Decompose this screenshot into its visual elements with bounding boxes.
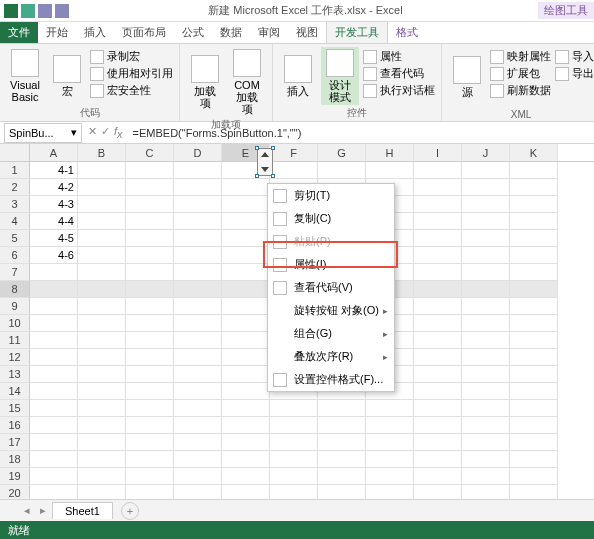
cell[interactable] (462, 213, 510, 230)
cell[interactable] (270, 162, 318, 179)
cell[interactable] (270, 451, 318, 468)
cell[interactable] (78, 468, 126, 485)
row-header[interactable]: 9 (0, 298, 30, 315)
menu-format-control[interactable]: 设置控件格式(F)... (268, 368, 394, 391)
insert-control-button[interactable]: 插入 (279, 47, 317, 105)
refresh-data-button[interactable]: 刷新数据 (490, 83, 551, 98)
cell[interactable] (222, 315, 270, 332)
tab-data[interactable]: 数据 (212, 22, 250, 43)
macro-security-button[interactable]: 宏安全性 (90, 83, 173, 98)
cell[interactable] (30, 315, 78, 332)
tab-developer[interactable]: 开发工具 (326, 21, 388, 43)
cell[interactable] (510, 417, 558, 434)
cell[interactable] (462, 349, 510, 366)
redo-icon[interactable] (55, 4, 69, 18)
cell[interactable] (462, 366, 510, 383)
tab-layout[interactable]: 页面布局 (114, 22, 174, 43)
menu-spin-object[interactable]: 旋转按钮 对象(O)▸ (268, 299, 394, 322)
cell[interactable] (126, 451, 174, 468)
menu-view-code[interactable]: 查看代码(V) (268, 276, 394, 299)
col-header[interactable]: G (318, 144, 366, 161)
macros-button[interactable]: 宏 (48, 47, 86, 105)
cell[interactable] (510, 332, 558, 349)
cell[interactable] (222, 264, 270, 281)
row-header[interactable]: 3 (0, 196, 30, 213)
cell[interactable] (30, 281, 78, 298)
design-mode-button[interactable]: 设计模式 (321, 47, 359, 105)
row-header[interactable]: 5 (0, 230, 30, 247)
row-header[interactable]: 18 (0, 451, 30, 468)
cell[interactable] (222, 349, 270, 366)
cell[interactable] (126, 315, 174, 332)
cell[interactable] (510, 451, 558, 468)
menu-order[interactable]: 叠放次序(R)▸ (268, 345, 394, 368)
row-header[interactable]: 6 (0, 247, 30, 264)
cell[interactable] (126, 247, 174, 264)
cell[interactable]: 4-3 (30, 196, 78, 213)
row-header[interactable]: 16 (0, 417, 30, 434)
cancel-icon[interactable]: ✕ (88, 125, 97, 140)
select-all-corner[interactable] (0, 144, 30, 161)
col-header[interactable]: D (174, 144, 222, 161)
cell[interactable] (366, 451, 414, 468)
cell[interactable] (78, 400, 126, 417)
cell[interactable] (174, 434, 222, 451)
col-header[interactable]: K (510, 144, 558, 161)
confirm-icon[interactable]: ✓ (101, 125, 110, 140)
row-header[interactable]: 17 (0, 434, 30, 451)
cell[interactable] (30, 383, 78, 400)
cell[interactable] (366, 162, 414, 179)
cell[interactable]: 4-1 (30, 162, 78, 179)
cell[interactable] (126, 230, 174, 247)
cell[interactable] (510, 298, 558, 315)
add-sheet-button[interactable]: + (121, 502, 139, 520)
cell[interactable] (174, 332, 222, 349)
expand-packs-button[interactable]: 扩展包 (490, 66, 551, 81)
cell[interactable] (462, 400, 510, 417)
row-header[interactable]: 13 (0, 366, 30, 383)
cell[interactable] (414, 247, 462, 264)
cell[interactable] (174, 264, 222, 281)
cell[interactable] (462, 247, 510, 264)
cell[interactable] (174, 366, 222, 383)
cell[interactable] (510, 383, 558, 400)
cell[interactable] (510, 179, 558, 196)
cell[interactable] (462, 451, 510, 468)
save-icon[interactable] (21, 4, 35, 18)
tab-format[interactable]: 格式 (388, 22, 426, 43)
sheet-nav-prev[interactable]: ◂ (20, 504, 34, 517)
cell[interactable] (510, 366, 558, 383)
cell[interactable] (78, 281, 126, 298)
import-button[interactable]: 导入 (555, 49, 594, 64)
tab-review[interactable]: 审阅 (250, 22, 288, 43)
cell[interactable] (462, 332, 510, 349)
sheet-tab[interactable]: Sheet1 (52, 502, 113, 519)
row-header[interactable]: 1 (0, 162, 30, 179)
fx-icon[interactable]: fx (114, 125, 123, 140)
record-macro-button[interactable]: 录制宏 (90, 49, 173, 64)
cell[interactable] (414, 264, 462, 281)
cell[interactable] (222, 179, 270, 196)
cell[interactable] (174, 196, 222, 213)
cell[interactable] (174, 298, 222, 315)
cell[interactable] (126, 332, 174, 349)
cell[interactable] (510, 230, 558, 247)
cell[interactable] (222, 281, 270, 298)
cell[interactable] (222, 298, 270, 315)
row-header[interactable]: 7 (0, 264, 30, 281)
col-header[interactable]: J (462, 144, 510, 161)
name-box[interactable]: SpinBu...▾ (4, 123, 82, 143)
cell[interactable] (222, 332, 270, 349)
cell[interactable] (414, 417, 462, 434)
cell[interactable] (174, 315, 222, 332)
cell[interactable] (222, 247, 270, 264)
cell[interactable]: 4-5 (30, 230, 78, 247)
dropdown-icon[interactable]: ▾ (71, 126, 77, 139)
col-header[interactable]: I (414, 144, 462, 161)
cell[interactable] (78, 349, 126, 366)
cell[interactable] (462, 468, 510, 485)
com-addins-button[interactable]: COM 加载项 (228, 47, 266, 117)
cell[interactable] (222, 417, 270, 434)
cell[interactable] (174, 417, 222, 434)
col-header[interactable]: B (78, 144, 126, 161)
